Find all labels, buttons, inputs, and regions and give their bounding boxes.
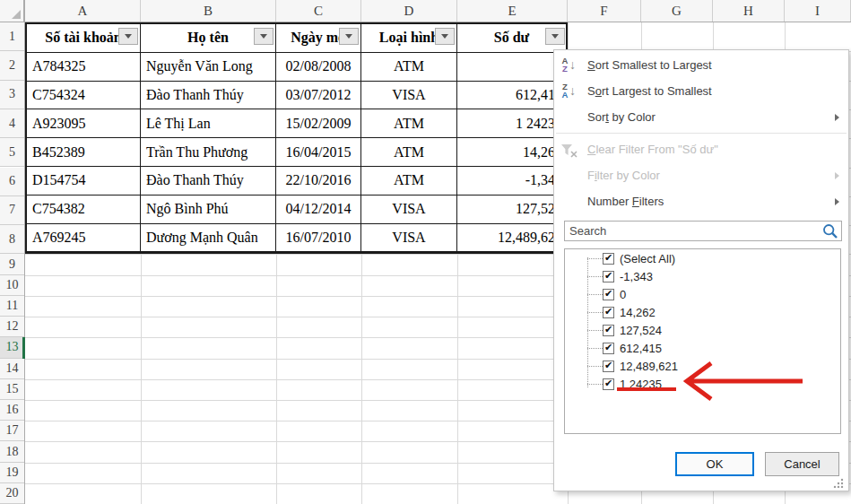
table-cell[interactable]: B452389	[27, 138, 141, 167]
filter-value-item[interactable]: 612,415	[565, 339, 840, 357]
filter-value-label: 14,262	[620, 306, 656, 319]
row-header-2[interactable]: 2	[0, 51, 24, 80]
table-cell[interactable]: A769245	[27, 224, 141, 253]
column-header-I[interactable]: I	[785, 0, 851, 22]
row-header-6[interactable]: 6	[0, 168, 24, 196]
column-header-F[interactable]: F	[568, 0, 641, 22]
row-header-5[interactable]: 5	[0, 138, 24, 167]
menu-item-sort-by-color[interactable]: Sort by Color	[554, 104, 848, 130]
cancel-button[interactable]: Cancel	[765, 452, 839, 476]
column-header-D[interactable]: D	[361, 0, 457, 22]
filter-value-item[interactable]: -1,343	[565, 267, 840, 285]
filter-dropdown-button-col-5[interactable]	[545, 28, 565, 45]
table-cell[interactable]: 03/07/2012	[276, 82, 361, 110]
table-cell[interactable]: Đào Thanh Thúy	[141, 167, 276, 196]
filter-dropdown-button-col-1[interactable]	[118, 28, 138, 45]
table-cell[interactable]: 16/04/2015	[276, 138, 361, 167]
table-cell[interactable]: VISA	[361, 196, 457, 224]
row-header-20[interactable]: 20	[0, 483, 24, 504]
table-cell[interactable]: VISA	[361, 224, 457, 253]
row-header-11[interactable]: 11	[0, 296, 24, 317]
table-cell[interactable]: 16/07/2010	[276, 224, 361, 253]
table-cell[interactable]: -1,343	[457, 167, 566, 196]
table-cell[interactable]: Nguyễn Văn Long	[141, 53, 276, 82]
filter-value-item[interactable]: 127,524	[565, 321, 840, 339]
filter-value-item[interactable]: 0	[565, 285, 840, 303]
table-cell[interactable]: A784325	[27, 53, 141, 82]
row-header-3[interactable]: 3	[0, 81, 24, 109]
search-icon[interactable]	[822, 223, 838, 239]
filter-value-checkbox[interactable]	[603, 361, 614, 372]
row-header-9[interactable]: 9	[0, 254, 24, 274]
column-header-A[interactable]: A	[25, 0, 141, 22]
menu-item-number-filters[interactable]: Number Filters	[554, 188, 848, 214]
select-all-corner-button[interactable]	[0, 0, 24, 22]
row-header-16[interactable]: 16	[0, 400, 24, 421]
table-cell[interactable]: ATM	[361, 53, 457, 82]
filter-value-checkbox[interactable]	[603, 343, 614, 354]
column-header-B[interactable]: B	[141, 0, 276, 22]
tree-stub-line	[587, 348, 603, 349]
search-box	[564, 221, 842, 241]
table-cell[interactable]: Ngô Bình Phú	[141, 196, 276, 224]
table-cell[interactable]: 15/02/2009	[276, 109, 361, 138]
table-cell[interactable]: VISA	[361, 82, 457, 110]
filter-value-label: 0	[620, 288, 626, 301]
filter-value-item[interactable]: 14,262	[565, 303, 840, 321]
row-header-7[interactable]: 7	[0, 196, 24, 225]
table-cell[interactable]: ATM	[361, 109, 457, 138]
row-header-8[interactable]: 8	[0, 225, 24, 254]
resize-grip[interactable]	[832, 478, 845, 488]
menu-item-label: Sort Smallest to Largest	[587, 58, 712, 72]
table-cell[interactable]: C754324	[27, 82, 141, 110]
column-header-C[interactable]: C	[276, 0, 361, 22]
search-input[interactable]	[565, 222, 824, 240]
filter-value-checkbox[interactable]	[603, 271, 614, 282]
column-header-G[interactable]: G	[641, 0, 713, 22]
menu-item-sort-largest-to-smallest[interactable]: ZA↓Sort Largest to Smallest	[554, 78, 848, 104]
table-cell[interactable]: 127,524	[457, 196, 566, 224]
tree-stub-line	[587, 366, 603, 367]
table-cell[interactable]: Đào Thanh Thúy	[141, 82, 276, 110]
clear-filter-icon	[560, 141, 582, 158]
filter-dropdown-button-col-3[interactable]	[339, 28, 359, 45]
table-cell[interactable]: A923095	[27, 109, 141, 138]
table-cell[interactable]: Trần Thu Phương	[141, 138, 276, 167]
row-header-15[interactable]: 15	[0, 379, 24, 400]
table-cell[interactable]: ATM	[361, 138, 457, 167]
row-header-17[interactable]: 17	[0, 421, 24, 441]
ok-button[interactable]: OK	[675, 452, 754, 476]
filter-value-checkbox[interactable]	[603, 325, 614, 336]
table-cell[interactable]: Dương Mạnh Quân	[141, 224, 276, 253]
table-cell[interactable]: Lê Thị Lan	[141, 109, 276, 138]
row-header-18[interactable]: 18	[0, 441, 24, 462]
table-cell[interactable]: 612,415	[457, 82, 566, 110]
table-cell[interactable]: 14,262	[457, 138, 566, 167]
filter-value-checkbox[interactable]	[603, 253, 614, 265]
row-header-10[interactable]: 10	[0, 275, 24, 296]
table-cell[interactable]: 12,489,621	[457, 224, 566, 253]
filter-value-checkbox[interactable]	[603, 289, 614, 300]
table-cell[interactable]: ATM	[361, 167, 457, 196]
row-header-1[interactable]: 1	[0, 22, 24, 51]
table-cell[interactable]: 22/10/2016	[276, 167, 361, 196]
filter-value-checkbox[interactable]	[603, 307, 614, 318]
column-header-H[interactable]: H	[713, 0, 785, 22]
filter-value-checkbox[interactable]	[603, 378, 614, 390]
table-cell[interactable]: D154754	[27, 167, 141, 196]
table-cell[interactable]: 02/08/2008	[276, 53, 361, 82]
row-header-4[interactable]: 4	[0, 109, 24, 138]
row-header-19[interactable]: 19	[0, 463, 24, 483]
filter-dropdown-button-col-4[interactable]	[435, 28, 455, 45]
menu-item-sort-smallest-to-largest[interactable]: AZ↓Sort Smallest to Largest	[554, 52, 848, 78]
row-header-13[interactable]: 13	[0, 337, 24, 358]
table-cell[interactable]: 0	[457, 53, 566, 82]
table-cell[interactable]: 04/12/2014	[276, 196, 361, 224]
row-header-12[interactable]: 12	[0, 317, 24, 337]
table-cell[interactable]: C754382	[27, 196, 141, 224]
column-header-E[interactable]: E	[457, 0, 568, 22]
table-cell[interactable]: 1 24235	[457, 109, 566, 138]
filter-value-item[interactable]: (Select All)	[565, 249, 840, 267]
row-header-14[interactable]: 14	[0, 359, 24, 379]
filter-dropdown-button-col-2[interactable]	[254, 28, 274, 45]
